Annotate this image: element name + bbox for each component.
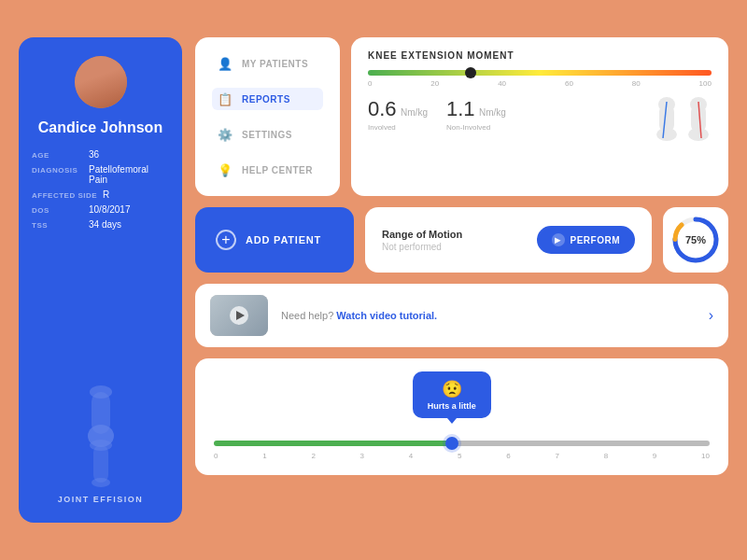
add-patient-label: ADD PATIENT <box>246 234 321 245</box>
pain-emoji: 😟 <box>442 379 462 399</box>
rom-title: Range of Motion <box>382 229 462 240</box>
range-thumb[interactable] <box>465 67 476 78</box>
svg-point-8 <box>656 128 677 141</box>
range-of-motion-card: Range of Motion Not performed ▶ PERFORM <box>365 207 652 273</box>
non-involved-metric: 1.1 Nm/kg Non-Involved <box>446 97 506 132</box>
perform-label: PERFORM <box>571 235 621 245</box>
age-label: AGE <box>32 151 83 160</box>
nav-item-my-patients[interactable]: 👤 MY PATIENTS <box>212 52 323 75</box>
nav-label-my-patients: MY PATIENTS <box>242 59 308 69</box>
pain-slider-area: 😟 Hurts a little 012345678910 <box>214 371 710 460</box>
nav-label-settings: SETTINGS <box>242 130 292 140</box>
pain-track[interactable] <box>214 441 710 446</box>
right-panel: 👤 MY PATIENTS 📋 REPORTS ⚙️ SETTINGS 💡 HE… <box>195 37 728 475</box>
nav-item-help[interactable]: 💡 HELP CENTER <box>212 159 323 181</box>
video-card[interactable]: Need help? Watch video tutorial. › <box>195 284 728 347</box>
play-button <box>230 306 248 325</box>
knee-metrics: 0.6 Nm/kg Involved 1.1 Nm/kg Non-Involve… <box>368 97 712 148</box>
gear-icon: ⚙️ <box>218 127 233 142</box>
watch-tutorial-link[interactable]: Watch video tutorial. <box>336 310 437 321</box>
nav-label-reports: REPORTS <box>242 94 290 105</box>
tss-value: 34 days <box>89 219 121 230</box>
progress-label: 75% <box>685 234 706 245</box>
non-involved-label: Non-Involved <box>446 123 506 132</box>
nav-item-reports[interactable]: 📋 REPORTS <box>212 88 323 110</box>
top-row: 👤 MY PATIENTS 📋 REPORTS ⚙️ SETTINGS 💡 HE… <box>195 37 728 196</box>
pain-tooltip: 😟 Hurts a little <box>413 371 491 418</box>
nav-label-help: HELP CENTER <box>242 165 313 175</box>
need-help-text: Need help? <box>281 310 333 321</box>
range-labels: 020406080100 <box>368 79 712 88</box>
involved-unit: Nm/kg <box>401 107 428 118</box>
involved-metric: 0.6 Nm/kg Involved <box>368 97 428 132</box>
middle-row: + ADD PATIENT Range of Motion Not perfor… <box>195 207 728 273</box>
range-slider: 020406080100 <box>368 70 712 88</box>
patient-info: AGE 36 DIAGNOSIS Patellofemoral Pain AFF… <box>32 149 169 234</box>
person-icon: 👤 <box>218 56 233 71</box>
video-help-text: Need help? Watch video tutorial. <box>281 310 437 321</box>
play-icon: ▶ <box>552 233 565 246</box>
svg-point-5 <box>92 478 110 487</box>
pain-thumb[interactable] <box>445 437 458 450</box>
patient-name: Candice Johnson <box>38 119 162 136</box>
tss-label: TSS <box>32 221 83 230</box>
knee-extension-title: KNEE EXTENSION MOMENT <box>368 50 712 61</box>
joint-label: JOINT EFFISION <box>58 495 144 504</box>
affected-value: R <box>103 189 109 200</box>
rom-status: Not performed <box>382 242 462 252</box>
avatar <box>75 56 127 108</box>
diagnosis-label: DIAGNOSIS <box>32 166 83 175</box>
knee-extension-card: KNEE EXTENSION MOMENT 020406080100 0.6 N… <box>351 37 728 196</box>
add-patient-button[interactable]: + ADD PATIENT <box>195 207 354 273</box>
svg-point-12 <box>688 128 709 141</box>
nav-item-settings[interactable]: ⚙️ SETTINGS <box>212 123 323 146</box>
non-involved-value: 1.1 <box>446 97 475 120</box>
dos-value: 10/8/2017 <box>89 204 131 215</box>
add-icon: + <box>216 230 236 250</box>
nav-card: 👤 MY PATIENTS 📋 REPORTS ⚙️ SETTINGS 💡 HE… <box>195 37 340 196</box>
progress-circle-card: 75% <box>663 207 728 273</box>
rom-info: Range of Motion Not performed <box>382 229 462 252</box>
pain-card: 😟 Hurts a little 012345678910 <box>195 358 728 475</box>
video-thumbnail <box>210 295 268 336</box>
pain-label: Hurts a little <box>428 401 476 411</box>
pain-numbers: 012345678910 <box>214 452 710 460</box>
dos-label: DOS <box>32 206 83 215</box>
age-value: 36 <box>89 149 99 160</box>
affected-label: AFFECTED SIDE <box>32 191 97 200</box>
involved-value: 0.6 <box>368 97 397 120</box>
progress-circle: 75% <box>670 215 721 265</box>
perform-button[interactable]: ▶ PERFORM <box>537 226 636 254</box>
foot-illustrations <box>654 97 712 148</box>
non-involved-unit: Nm/kg <box>479 107 506 118</box>
diagnosis-value: Patellofemoral Pain <box>89 164 169 185</box>
patient-card: Candice Johnson AGE 36 DIAGNOSIS Patello… <box>19 37 182 523</box>
knee-illustration <box>59 385 143 487</box>
svg-rect-4 <box>93 445 108 483</box>
chevron-right-icon: › <box>709 307 713 324</box>
involved-label: Involved <box>368 123 428 132</box>
reports-icon: 📋 <box>218 91 233 106</box>
help-icon: 💡 <box>218 162 233 177</box>
